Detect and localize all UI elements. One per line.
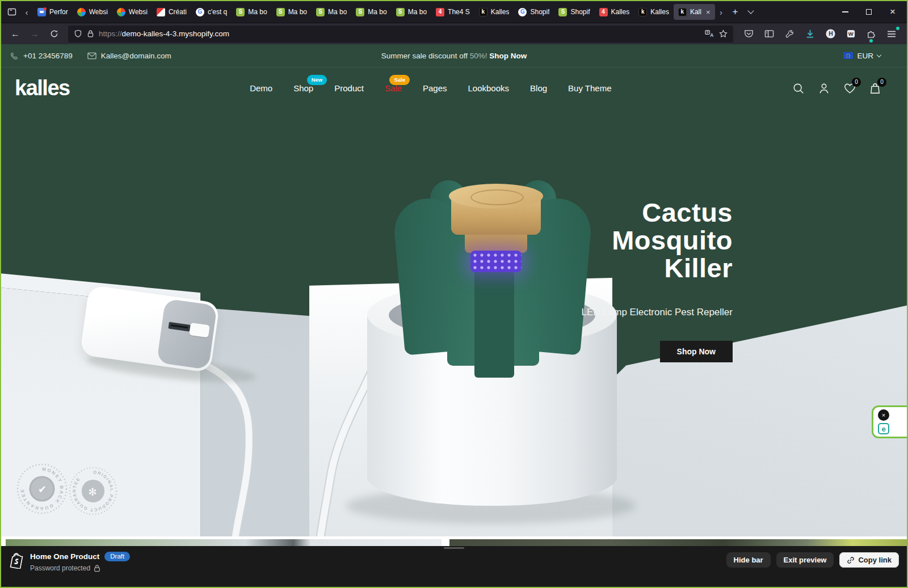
menu-item-lookbooks[interactable]: Lookbooks: [468, 83, 509, 93]
copy-link-button[interactable]: Copy link: [839, 552, 899, 568]
toolbar-icons: H W: [739, 27, 901, 41]
site-header: kalles Demo ShopNew Product SaleSale Pag…: [1, 67, 907, 109]
forward-button[interactable]: →: [26, 26, 43, 42]
menu-hamburger-icon[interactable]: [884, 27, 899, 41]
tab-shopify[interactable]: SShopif: [554, 4, 594, 20]
minimize-button[interactable]: [833, 3, 857, 20]
google-favicon: G: [518, 8, 527, 16]
clipper-close-icon[interactable]: ×: [878, 409, 889, 421]
pocket-icon[interactable]: [741, 27, 756, 41]
reload-button[interactable]: [45, 26, 62, 42]
wishlist-icon[interactable]: 0: [843, 82, 856, 95]
translate-icon[interactable]: A: [705, 29, 714, 38]
tab-shop-5[interactable]: SMa bo: [392, 4, 431, 20]
menu-item-blog[interactable]: Blog: [530, 83, 547, 93]
cart-icon[interactable]: 0: [868, 82, 882, 95]
tab-shop-1[interactable]: SMa bo: [232, 4, 271, 20]
joomla-favicon: [117, 8, 125, 16]
exit-preview-button[interactable]: Exit preview: [776, 552, 834, 568]
tab-kalles-active[interactable]: kKall×: [674, 4, 715, 20]
svg-text:W: W: [848, 31, 853, 37]
padlock-icon: [94, 564, 100, 572]
menu-item-pages[interactable]: Pages: [423, 83, 447, 93]
preview-info: Home One Product Draft Password protecte…: [9, 552, 130, 572]
wrench-icon[interactable]: [782, 27, 797, 41]
cactus-fin: [474, 269, 514, 378]
new-tab-button[interactable]: +: [728, 4, 743, 20]
wishlist-count-badge: 0: [852, 78, 861, 87]
account-icon[interactable]: [817, 82, 831, 95]
search-icon[interactable]: [792, 82, 805, 95]
tab-kalles-3[interactable]: kKalles: [634, 4, 674, 20]
firefox-view-icon[interactable]: [3, 4, 20, 20]
bookmark-star-icon[interactable]: [719, 29, 728, 38]
hero-copy: Cactus Mosquito Killer LED Lamp Electron…: [582, 198, 733, 362]
promo-shop-now-link[interactable]: Shop Now: [487, 52, 527, 60]
phone-item[interactable]: +01 23456789: [10, 52, 73, 60]
close-button[interactable]: ×: [881, 3, 905, 20]
hero-title: Cactus Mosquito Killer: [582, 198, 733, 282]
url-bar[interactable]: https://demo-kalles-4-3.myshopify.com A: [68, 26, 733, 43]
shopify-preview-bar: Home One Product Draft Password protecte…: [1, 546, 907, 587]
shop-now-button[interactable]: Shop Now: [660, 341, 733, 362]
powerbank-end-face: [157, 298, 217, 370]
tab-kalles-1[interactable]: kKalles: [474, 4, 514, 20]
tab-shop-3[interactable]: SMa bo: [312, 4, 351, 20]
site-logo[interactable]: kalles: [15, 76, 70, 100]
tab-website-2[interactable]: Websi: [112, 4, 152, 20]
shopify-favicon: S: [316, 8, 325, 16]
shopify-favicon: S: [276, 8, 285, 16]
menu-item-product[interactable]: Product: [334, 83, 364, 93]
tab-google-search[interactable]: Gc'est q: [191, 4, 232, 20]
money-back-stamp: MONEY BACK GUARANTEE ✔: [16, 463, 68, 515]
partial-image-left: [6, 539, 442, 546]
gold-cap-top: [449, 184, 543, 209]
currency-selector[interactable]: EUR: [843, 52, 881, 60]
tab-performance[interactable]: Perfor: [33, 4, 73, 20]
tab-scroll-left-icon[interactable]: ‹: [20, 7, 33, 17]
password-protected-row: Password protected: [30, 564, 130, 572]
account-h-icon[interactable]: H: [823, 27, 838, 41]
tab-shop-2[interactable]: SMa bo: [272, 4, 312, 20]
extensions-puzzle-icon[interactable]: [864, 27, 878, 41]
tab-shop-4[interactable]: SMa bo: [351, 4, 391, 20]
joomla-favicon: [77, 8, 86, 16]
lock-icon[interactable]: [87, 29, 94, 38]
tab-scroll-right-icon[interactable]: ›: [715, 7, 728, 17]
cart-count-badge: 0: [877, 78, 886, 87]
email-item[interactable]: Kalles@domain.com: [87, 52, 171, 60]
toolbox-favicon: [37, 8, 46, 16]
uv-led-ring: [470, 251, 522, 272]
url-text[interactable]: https://demo-kalles-4-3.myshopify.com: [99, 29, 700, 38]
tab-website-1[interactable]: Websi: [73, 4, 112, 20]
next-section-strip: [1, 536, 907, 546]
menu-item-sale[interactable]: SaleSale: [385, 83, 402, 93]
envelope-icon: [87, 52, 96, 60]
maximize-button[interactable]: [857, 3, 881, 20]
menu-item-buy-theme[interactable]: Buy Theme: [568, 83, 611, 93]
google-favicon: G: [196, 8, 204, 16]
tab-kalles-2[interactable]: 4Kalles: [595, 4, 634, 20]
tab-close-icon[interactable]: ×: [706, 8, 711, 16]
menu-item-demo[interactable]: Demo: [250, 83, 272, 93]
sidebar-icon[interactable]: [762, 27, 776, 41]
svg-text:A: A: [710, 32, 713, 38]
shield-icon[interactable]: [74, 29, 82, 38]
menu-item-shop[interactable]: ShopNew: [293, 83, 313, 93]
svg-text:H: H: [829, 31, 833, 37]
menu-notification-dot: [896, 27, 899, 30]
clipper-e-icon[interactable]: e: [878, 423, 889, 434]
notes-w-icon[interactable]: W: [843, 27, 858, 41]
tab-creation[interactable]: Créati: [152, 4, 191, 20]
drag-handle[interactable]: [444, 547, 464, 549]
downloads-icon[interactable]: [802, 27, 817, 41]
tab-shopify-google[interactable]: GShopif: [514, 4, 554, 20]
original-product-stamp: ORIGINAL PRODUCT GUARANTEE ✻: [68, 466, 118, 516]
hide-bar-button[interactable]: Hide bar: [726, 552, 771, 568]
svg-text:✔: ✔: [38, 483, 47, 495]
chevron-down-icon: [877, 52, 881, 57]
kalles-favicon: k: [479, 8, 487, 16]
tab-list-dropdown-icon[interactable]: [743, 11, 758, 13]
back-button[interactable]: ←: [7, 26, 24, 42]
tab-the4[interactable]: 4The4 S: [431, 4, 474, 20]
